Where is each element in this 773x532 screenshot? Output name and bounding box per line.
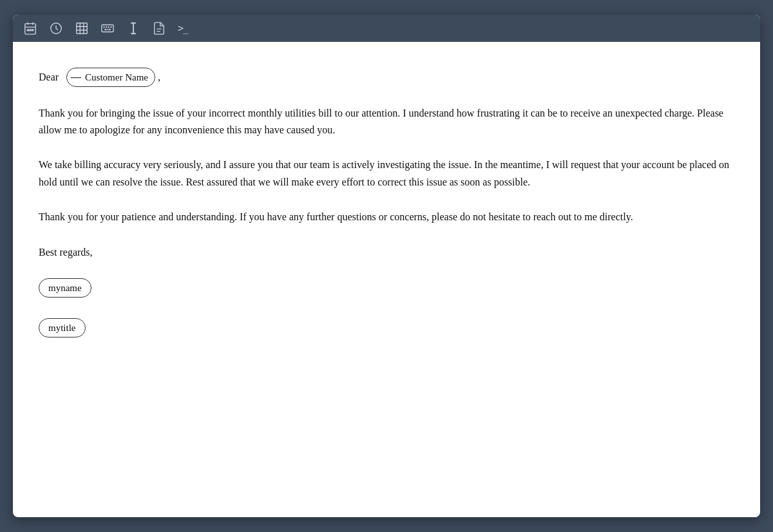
keyboard-icon[interactable]: [100, 21, 115, 35]
letter-content: Dear — Customer Name , Thank you for bri…: [13, 42, 760, 374]
svg-rect-8: [77, 23, 88, 34]
svg-point-22: [111, 27, 111, 28]
svg-rect-5: [30, 30, 31, 31]
pill-minus-icon: —: [71, 69, 81, 86]
clock-icon[interactable]: [49, 21, 63, 35]
svg-point-20: [106, 27, 107, 28]
title-pill[interactable]: mytitle: [39, 318, 86, 337]
svg-point-24: [110, 29, 110, 30]
dear-text: Dear: [39, 69, 59, 86]
svg-rect-0: [25, 24, 36, 34]
document-icon[interactable]: [152, 21, 166, 35]
title-pill-wrapper: mytitle: [39, 318, 734, 348]
closing-text: Best regards,: [39, 244, 734, 261]
paragraph-3: Thank you for your patience and understa…: [39, 209, 734, 225]
paragraph-1: Thank you for bringing the issue of your…: [39, 105, 734, 139]
customer-name-pill[interactable]: — Customer Name: [66, 68, 155, 87]
svg-rect-6: [32, 30, 33, 31]
title-label: mytitle: [48, 320, 76, 336]
toolbar: >_: [13, 15, 760, 42]
svg-rect-4: [27, 30, 28, 31]
comma: ,: [158, 69, 160, 86]
svg-rect-13: [102, 25, 113, 32]
customer-name-label: Customer Name: [85, 70, 148, 85]
paragraph-2: We take billing accuracy very seriously,…: [39, 157, 734, 191]
app-window: >_ Dear — Customer Name , Thank you for …: [13, 15, 760, 517]
svg-point-23: [105, 29, 106, 30]
svg-point-21: [108, 27, 109, 28]
name-pill-wrapper: myname: [39, 278, 734, 308]
calendar-icon[interactable]: [23, 21, 37, 35]
name-label: myname: [48, 280, 82, 296]
salutation-line: Dear — Customer Name ,: [39, 68, 734, 87]
grid-icon[interactable]: [75, 21, 89, 35]
svg-point-19: [104, 27, 104, 28]
name-pill[interactable]: myname: [39, 278, 91, 298]
terminal-icon[interactable]: >_: [178, 23, 188, 34]
cursor-icon[interactable]: [126, 21, 140, 35]
